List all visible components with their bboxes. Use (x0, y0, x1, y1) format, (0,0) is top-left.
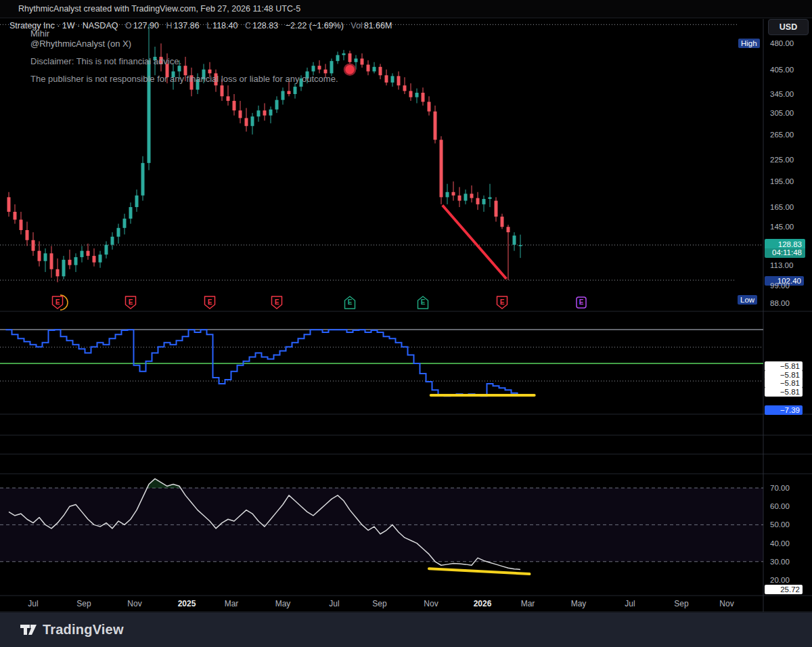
time-axis-month-label: Nov (424, 599, 438, 608)
red-dot-marker[interactable] (344, 64, 355, 75)
high-value: 137.86 (173, 21, 199, 30)
candlestick-series[interactable] (7, 24, 522, 282)
low-value: 118.40 (212, 21, 238, 30)
svg-text:E: E (348, 298, 353, 306)
time-axis-year-label: 2026 (474, 599, 492, 608)
time-axis-year-label: 2025 (178, 599, 196, 608)
svg-text:E: E (579, 298, 584, 306)
price-tick-label: 99.00 (770, 282, 790, 290)
time-axis-month-label: Sep (372, 599, 386, 608)
earnings-marker-beat[interactable]: E (418, 296, 428, 309)
earnings-marker-miss[interactable]: E (53, 295, 68, 310)
symbol-title[interactable]: Strategy Inc · 1W · NASDAQ (9, 21, 118, 30)
open-label: O (125, 21, 132, 30)
price-axis[interactable]: USD High 128.83 04:11:48 Low 102.40 −5.8… (764, 19, 812, 596)
svg-text:E: E (129, 298, 133, 306)
time-axis-month-label: Nov (127, 599, 141, 608)
time-axis-month-label: Jul (28, 599, 38, 608)
footer-bar: TradingView (0, 612, 812, 647)
price-tick-label: 145.00 (770, 223, 794, 231)
price-tick-label: 480.00 (770, 39, 794, 47)
time-axis-month-label: Jul (329, 599, 339, 608)
time-axis-month-label: May (275, 599, 291, 608)
close-label: C (245, 21, 251, 30)
svg-text:E: E (500, 298, 505, 306)
price-tick-label: 305.00 (770, 109, 794, 117)
earnings-marker-miss[interactable]: E (126, 296, 136, 309)
change-value: −2.22 (−1.69%) (286, 21, 344, 30)
earnings-marker-upcoming[interactable]: E (577, 297, 586, 308)
close-value: 128.83 (252, 21, 278, 30)
rsi-tick-label: 70.00 (770, 484, 790, 492)
tradingview-logo-icon[interactable] (20, 623, 37, 638)
earnings-marker-miss[interactable]: E (272, 296, 282, 309)
indicator-current-badge: −7.39 (765, 405, 803, 415)
volume-value: 81.66M (364, 21, 392, 30)
symbol-legend: Strategy Inc · 1W · NASDAQ O127.90 H137.… (9, 21, 393, 30)
price-tick-label: 195.00 (770, 177, 794, 185)
price-tick-label: 265.00 (770, 131, 794, 139)
earnings-marker-miss[interactable]: E (497, 296, 508, 309)
price-tick-label: 88.00 (770, 299, 790, 307)
time-axis-month-label: Sep (76, 599, 91, 608)
time-axis-month-label: May (571, 599, 587, 608)
rsi-tick-label: 50.00 (770, 520, 790, 529)
tradingview-wordmark[interactable]: TradingView (43, 622, 124, 638)
volume-label: Vol (351, 21, 362, 30)
open-value: 127.90 (133, 21, 159, 30)
high-price-label: High (738, 39, 760, 48)
time-axis-month-label: Mar (521, 599, 535, 608)
indicator-level-badge-4: −5.81 (765, 387, 803, 397)
last-price-badge: 128.83 04:11:48 (765, 239, 805, 258)
rsi-tick-label: 30.00 (770, 558, 790, 566)
time-axis-month-label: Sep (674, 599, 688, 608)
time-axis-month-label: Jul (625, 599, 635, 608)
low-label: L (206, 21, 211, 30)
chart-window: RhythmicAnalyst created with TradingView… (0, 0, 812, 647)
rsi-tick-label: 40.00 (770, 539, 790, 548)
time-axis-month-label: Mar (225, 599, 239, 608)
earnings-marker-miss[interactable]: E (205, 296, 215, 309)
rsi-tick-label: 60.00 (770, 502, 790, 510)
chart-canvas[interactable]: EEEEEEEE (0, 0, 812, 647)
low-price-label: Low (738, 295, 757, 305)
time-axis[interactable]: JulSepNov2025MarMayJulSepNov2026MarMayJu… (0, 596, 763, 612)
last-price-value: 128.83 (765, 239, 805, 248)
rsi-tick-label: 20.00 (770, 576, 790, 584)
svg-text:E: E (421, 298, 426, 306)
rsi-overbought-fill (147, 478, 180, 488)
earnings-marker-beat[interactable]: E (345, 296, 355, 309)
svg-text:E: E (208, 298, 212, 306)
time-axis-month-label: Nov (719, 599, 734, 608)
price-tick-label: 225.00 (770, 156, 794, 164)
currency-toggle-button[interactable]: USD (768, 19, 809, 35)
price-tick-label: 345.00 (770, 90, 794, 98)
price-tick-label: 113.00 (770, 261, 793, 269)
rsi-current-badge: 25.72 (765, 585, 803, 594)
svg-text:E: E (55, 298, 60, 306)
price-tick-label: 165.00 (770, 203, 794, 211)
price-tick-label: 405.00 (770, 66, 794, 74)
high-label: H (166, 21, 172, 30)
svg-text:E: E (275, 298, 279, 306)
bar-countdown: 04:11:48 (765, 248, 805, 258)
